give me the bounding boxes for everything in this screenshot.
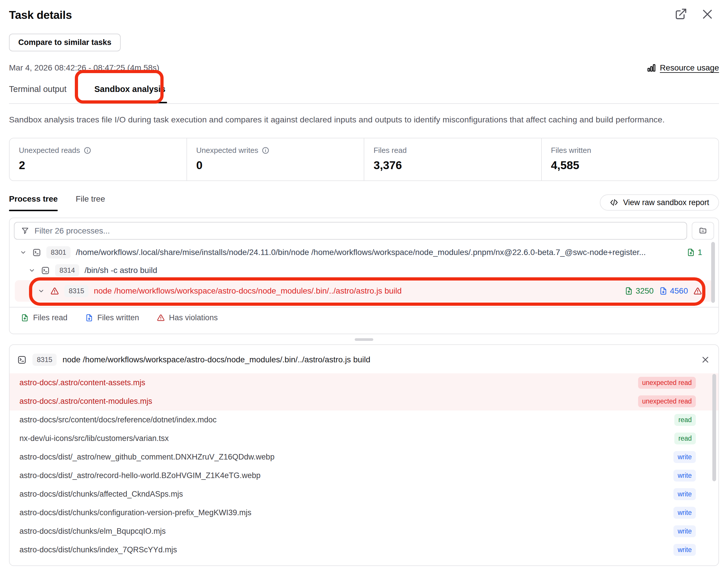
legend: Files read Files written Has violations — [10, 307, 718, 328]
file-write-icon — [659, 287, 668, 295]
status-badge: read — [674, 414, 696, 426]
file-list-scrollbar[interactable] — [712, 374, 716, 481]
status-badge: write — [673, 507, 696, 519]
task-date-range: Mar 4, 2026 08:42:26 - 08:47:25 (4m 58s) — [9, 63, 159, 73]
task-details-panel: Task details Compare to similar tasks Ma… — [0, 0, 728, 568]
file-row[interactable]: nx-dev/ui-icons/src/lib/customers/varian… — [10, 429, 718, 448]
stat-label: Unexpected writes — [196, 146, 258, 155]
file-row[interactable]: astro-docs/dist/chunks/elm_BqupcqIO.mjs … — [10, 522, 718, 540]
page-title: Task details — [9, 9, 719, 21]
files-written-count: 4560 — [659, 286, 688, 296]
detail-command: node /home/workflows/workspace/astro-doc… — [62, 355, 695, 364]
file-row[interactable]: astro-docs/src/content/docs/reference/do… — [10, 410, 718, 429]
tab-file-tree[interactable]: File tree — [76, 194, 105, 211]
warning-triangle-icon — [50, 287, 59, 296]
terminal-icon — [17, 355, 27, 365]
file-read-icon — [21, 314, 29, 322]
close-icon[interactable] — [701, 8, 714, 21]
legend-files-read: Files read — [21, 313, 68, 322]
status-badge: write — [673, 451, 696, 463]
file-row[interactable]: astro-docs/dist/chunks/configuration-ver… — [10, 503, 718, 522]
status-badge: write — [673, 544, 696, 556]
folder-minus-icon — [698, 226, 707, 235]
file-row[interactable]: astro-docs/.astro/content-assets.mjs une… — [10, 373, 718, 392]
legend-files-written: Files written — [85, 313, 139, 322]
file-row[interactable]: astro-docs/dist/_astro/record-hello-worl… — [10, 466, 718, 485]
file-path: astro-docs/src/content/docs/reference/do… — [19, 415, 674, 424]
process-filter-box[interactable] — [14, 222, 687, 240]
file-path: astro-docs/dist/_astro/record-hello-worl… — [19, 471, 673, 480]
process-tree-scrollbar[interactable] — [711, 242, 715, 303]
tab-process-tree[interactable]: Process tree — [9, 194, 58, 211]
file-row[interactable]: astro-docs/dist/chunks/affected_CkndASps… — [10, 485, 718, 503]
open-in-new-tab-icon[interactable] — [674, 8, 687, 21]
process-row-8314[interactable]: 8314 /bin/sh -c astro build — [10, 262, 718, 278]
status-badge: unexpected read — [638, 377, 696, 389]
chevron-down-icon[interactable] — [19, 249, 27, 256]
process-row-8301[interactable]: 8301 /home/workflows/.local/share/mise/i… — [10, 244, 718, 261]
file-row[interactable]: astro-docs/dist/chunks/index_7QRScYYd.mj… — [10, 540, 718, 559]
stat-unexpected-writes: Unexpected writes 0 — [186, 138, 364, 180]
stat-label: Files written — [551, 146, 591, 155]
file-read-icon — [624, 287, 633, 295]
file-path: astro-docs/dist/chunks/affected_CkndASps… — [19, 490, 673, 499]
file-path: astro-docs/dist/_astro/new_github_commen… — [19, 453, 673, 462]
process-command: /bin/sh -c astro build — [84, 266, 702, 275]
terminal-icon — [32, 248, 41, 257]
stat-files-read: Files read 3,376 — [364, 138, 541, 180]
terminal-icon — [41, 266, 50, 275]
status-badge: write — [673, 488, 696, 500]
view-raw-sandbox-report-button[interactable]: View raw sandbox report — [600, 194, 719, 211]
info-icon[interactable] — [262, 146, 269, 154]
file-path: astro-docs/dist/chunks/index_7QRScYYd.mj… — [19, 545, 673, 554]
file-write-icon — [85, 314, 93, 322]
stats-summary: Unexpected reads 2 Unexpected writes 0 F… — [9, 138, 719, 181]
file-path: nx-dev/ui-icons/src/lib/customers/varian… — [19, 434, 674, 443]
file-path: astro-docs/dist/chunks/configuration-ver… — [19, 508, 673, 517]
files-read-count: 1 — [687, 248, 702, 257]
filter-icon — [21, 227, 29, 235]
file-row[interactable]: astro-docs/dist/_astro/new_github_commen… — [10, 448, 718, 466]
violation-icon — [693, 287, 702, 296]
stat-label: Files read — [374, 146, 407, 155]
process-command: /home/workflows/.local/share/mise/instal… — [76, 248, 681, 257]
file-read-icon — [687, 248, 695, 257]
stat-label: Unexpected reads — [19, 146, 80, 155]
resource-usage-link[interactable]: Resource usage — [646, 63, 719, 73]
process-command: node /home/workflows/workspace/astro-doc… — [94, 286, 401, 296]
status-badge: write — [673, 470, 696, 482]
stat-unexpected-reads: Unexpected reads 2 — [10, 138, 186, 180]
process-row-8315[interactable]: 8315 node /home/workflows/workspace/astr… — [15, 280, 713, 302]
file-list: astro-docs/.astro/content-assets.mjs une… — [10, 373, 718, 559]
file-row[interactable]: astro-docs/.astro/content-modules.mjs un… — [10, 392, 718, 410]
sandbox-analysis-description: Sandbox analysis traces file I/O during … — [9, 115, 719, 124]
pid-badge: 8315 — [64, 285, 88, 297]
tab-terminal-output[interactable]: Terminal output — [9, 84, 66, 103]
tabs-divider — [9, 103, 719, 104]
chevron-down-icon[interactable] — [28, 267, 36, 274]
code-icon — [610, 198, 618, 207]
panel-resize-handle[interactable] — [355, 338, 373, 341]
file-path: astro-docs/.astro/content-modules.mjs — [19, 397, 638, 406]
stat-files-written: Files written 4,585 — [541, 138, 719, 180]
status-badge: read — [674, 433, 696, 444]
status-badge: unexpected read — [638, 395, 696, 407]
collapse-all-button[interactable] — [692, 222, 714, 240]
stat-value: 0 — [196, 159, 364, 172]
process-filter-input[interactable] — [35, 226, 680, 236]
warning-triangle-icon — [157, 314, 165, 322]
info-icon[interactable] — [84, 146, 91, 154]
compare-to-similar-tasks-button[interactable]: Compare to similar tasks — [9, 34, 121, 51]
tab-sandbox-analysis[interactable]: Sandbox analysis — [94, 84, 165, 103]
pid-badge: 8301 — [46, 246, 70, 258]
stat-value: 3,376 — [374, 159, 541, 172]
process-tree-panel: 8301 /home/workflows/.local/share/mise/i… — [9, 218, 719, 334]
stat-value: 4,585 — [551, 159, 719, 172]
legend-has-violations: Has violations — [157, 313, 218, 322]
pid-badge: 8315 — [32, 354, 57, 366]
chevron-down-icon[interactable] — [37, 287, 45, 295]
pid-badge: 8314 — [55, 264, 79, 276]
process-detail-panel: 8315 node /home/workflows/workspace/astr… — [9, 344, 719, 566]
files-read-count: 3250 — [624, 286, 653, 296]
close-detail-icon[interactable] — [700, 355, 710, 365]
